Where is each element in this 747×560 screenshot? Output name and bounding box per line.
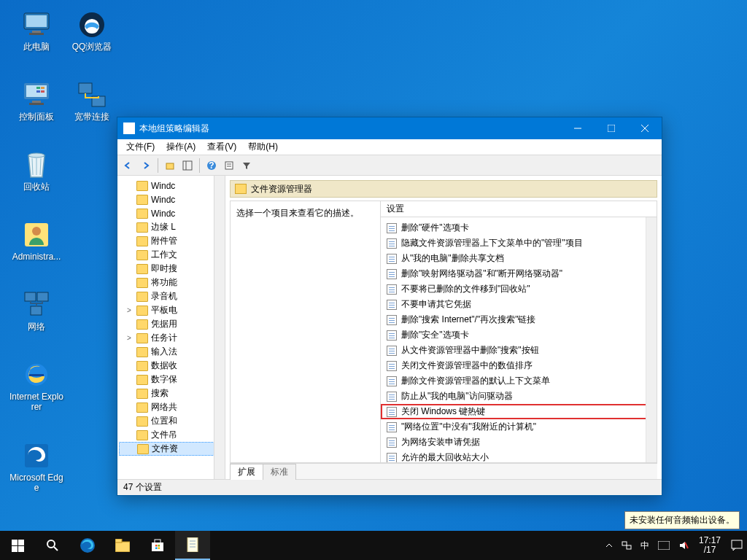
menu-help[interactable]: 帮助(H): [242, 139, 284, 155]
setting-item[interactable]: 关闭 Windows 键热键: [381, 404, 657, 419]
setting-item[interactable]: "网络位置"中没有"我附近的计算机": [381, 419, 657, 435]
setting-item[interactable]: 不要将已删除的文件移到"回收站": [381, 281, 657, 297]
policy-icon: [387, 346, 397, 356]
forward-button[interactable]: [138, 158, 154, 174]
tree-item[interactable]: >平板电: [119, 303, 225, 317]
taskbar-edge[interactable]: [70, 531, 105, 560]
desktop-icon-bin[interactable]: 回收站: [9, 150, 64, 192]
tree-item[interactable]: 位置和: [119, 414, 225, 428]
tree-item[interactable]: 网络共: [119, 400, 225, 414]
tree-item[interactable]: 即时搜: [119, 262, 225, 276]
tree-item[interactable]: Windc: [119, 192, 225, 206]
tree-item[interactable]: 工作文: [119, 248, 225, 262]
setting-label: 删除文件资源管理器的默认上下文菜单: [401, 375, 550, 387]
tree-item[interactable]: 文件吊: [119, 428, 225, 442]
tree-item[interactable]: 边缘 L: [119, 220, 225, 234]
tray-chevron-icon[interactable]: [601, 531, 617, 560]
setting-item[interactable]: 从"我的电脑"删除共享文档: [381, 251, 657, 266]
desktop-icon-pc[interactable]: 此电脑: [9, 10, 64, 52]
svg-rect-45: [115, 539, 122, 542]
tree-pane[interactable]: WindcWindcWindc边缘 L附件管工作文即时搜将功能录音机>平板电凭据…: [117, 176, 225, 479]
folder-icon: [136, 319, 148, 330]
minimize-button[interactable]: [561, 117, 595, 139]
tree-item[interactable]: 输入法: [119, 345, 225, 359]
setting-item[interactable]: 为网络安装申请凭据: [381, 435, 657, 450]
taskbar-explorer[interactable]: [105, 531, 140, 560]
tab-extended[interactable]: 扩展: [230, 464, 263, 480]
desktop-icon-edge[interactable]: Microsoft Edge: [9, 441, 64, 493]
setting-item[interactable]: 删除"硬件"选项卡: [381, 220, 657, 236]
expand-icon[interactable]: >: [125, 306, 133, 314]
maximize-button[interactable]: [595, 117, 628, 139]
tray-clock[interactable]: 17:17 /17: [693, 536, 727, 555]
show-hide-tree-button[interactable]: [179, 158, 196, 174]
tray-notifications-icon[interactable]: [727, 531, 747, 560]
properties-button[interactable]: [221, 158, 237, 174]
clock-date: /17: [699, 545, 721, 555]
tree-item[interactable]: 附件管: [119, 234, 225, 248]
tray-keyboard-icon[interactable]: [654, 531, 674, 560]
setting-item[interactable]: 删除"搜索 Internet"/"再次搜索"链接: [381, 312, 657, 327]
help-button[interactable]: ?: [204, 158, 220, 174]
tree-item[interactable]: 数字保: [119, 373, 225, 386]
titlebar[interactable]: 本地组策略编辑器: [117, 117, 662, 139]
ie-icon: [22, 360, 51, 389]
filter-button[interactable]: [239, 158, 255, 174]
tree-item-label: 边缘 L: [151, 221, 176, 233]
search-button[interactable]: [35, 531, 70, 560]
tree-item[interactable]: Windc: [119, 206, 225, 220]
setting-item[interactable]: 删除文件资源管理器的默认上下文菜单: [381, 373, 657, 389]
folder-icon: [136, 264, 148, 274]
setting-item[interactable]: 不要申请其它凭据: [381, 297, 657, 312]
desktop[interactable]: 此电脑QQ浏览器控制面板宽带连接回收站Administra...网络Intern…: [0, 0, 747, 560]
desktop-icon-ie[interactable]: Internet Explorer: [9, 360, 64, 412]
tree-item[interactable]: 文件资: [119, 442, 225, 456]
setting-item[interactable]: 从文件资源管理器中删除"搜索"按钮: [381, 343, 657, 358]
list-header[interactable]: 设置: [381, 201, 657, 217]
start-button[interactable]: [0, 531, 35, 560]
tree-item[interactable]: 将功能: [119, 276, 225, 289]
svg-rect-56: [622, 542, 627, 545]
list-body[interactable]: 删除"硬件"选项卡隐藏文件资源管理器上下文菜单中的"管理"项目从"我的电脑"删除…: [381, 217, 657, 462]
desktop-icon-nw[interactable]: 网络: [9, 290, 64, 332]
tray-ime-icon[interactable]: 中: [636, 531, 654, 560]
menu-file[interactable]: 文件(F): [120, 139, 160, 155]
desktop-icon-qq[interactable]: QQ浏览器: [64, 10, 120, 52]
setting-item[interactable]: 删除"映射网络驱动器"和"断开网络驱动器": [381, 266, 657, 281]
expand-icon[interactable]: >: [125, 334, 133, 342]
up-button[interactable]: [162, 158, 178, 174]
tree-scrollbar-thumb[interactable]: [216, 180, 223, 214]
tray-network-icon[interactable]: [617, 531, 636, 560]
folder-icon: [136, 402, 148, 413]
menu-action[interactable]: 操作(A): [160, 139, 201, 155]
tree-item[interactable]: 数据收: [119, 359, 225, 373]
setting-item[interactable]: 允许的最大回收站大小: [381, 450, 657, 462]
desktop-icon-net[interactable]: 宽带连接: [64, 80, 120, 122]
tree-item[interactable]: 凭据用: [119, 317, 225, 331]
policy-icon: [387, 361, 397, 371]
list-scrollbar-thumb[interactable]: [648, 220, 655, 337]
tray-volume-icon[interactable]: [674, 531, 693, 560]
setting-item[interactable]: 删除"安全"选项卡: [381, 327, 657, 343]
tree-item-label: 任务计: [151, 332, 177, 344]
tree-item-label: 凭据用: [151, 318, 177, 330]
setting-item[interactable]: 隐藏文件资源管理器上下文菜单中的"管理"项目: [381, 236, 657, 251]
svg-point-20: [32, 227, 41, 236]
tab-standard[interactable]: 标准: [263, 464, 296, 480]
desktop-icon-user[interactable]: Administra...: [9, 220, 64, 262]
setting-label: 从文件资源管理器中删除"搜索"按钮: [401, 344, 539, 357]
desktop-icon-cp[interactable]: 控制面板: [9, 80, 64, 122]
back-button[interactable]: [120, 158, 136, 174]
menu-view[interactable]: 查看(V): [201, 139, 242, 155]
taskbar-store[interactable]: [140, 531, 175, 560]
taskbar-gpedit[interactable]: [175, 531, 210, 560]
setting-item[interactable]: 关闭文件资源管理器中的数值排序: [381, 358, 657, 373]
tree-item[interactable]: >任务计: [119, 331, 225, 345]
setting-item[interactable]: 防止从"我的电脑"访问驱动器: [381, 389, 657, 404]
tree-item[interactable]: 录音机: [119, 289, 225, 303]
tree-item[interactable]: Windc: [119, 179, 225, 192]
close-button[interactable]: [628, 117, 662, 139]
svg-rect-34: [225, 162, 233, 169]
tree-item[interactable]: 搜索: [119, 386, 225, 400]
taskbar[interactable]: 中 17:17 /17: [0, 531, 747, 560]
